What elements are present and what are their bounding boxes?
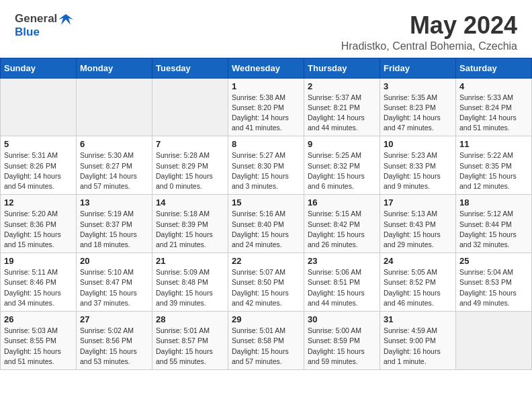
day-number: 5 xyxy=(4,139,73,149)
day-number: 12 xyxy=(4,197,73,208)
calendar-week-row: 1Sunrise: 5:38 AM Sunset: 8:20 PM Daylig… xyxy=(1,78,532,136)
calendar-cell: 8Sunrise: 5:27 AM Sunset: 8:30 PM Daylig… xyxy=(228,136,304,195)
day-info: Sunrise: 5:01 AM Sunset: 8:57 PM Dayligh… xyxy=(156,326,224,367)
calendar-cell: 6Sunrise: 5:30 AM Sunset: 8:27 PM Daylig… xyxy=(77,136,152,195)
day-number: 22 xyxy=(232,256,300,266)
calendar-cell: 1Sunrise: 5:38 AM Sunset: 8:20 PM Daylig… xyxy=(228,78,304,136)
day-number: 29 xyxy=(232,314,300,324)
day-number: 7 xyxy=(156,139,224,149)
day-number: 14 xyxy=(156,197,224,208)
calendar-cell: 30Sunrise: 5:00 AM Sunset: 8:59 PM Dayli… xyxy=(304,312,380,370)
day-number: 26 xyxy=(4,314,73,324)
day-info: Sunrise: 5:37 AM Sunset: 8:21 PM Dayligh… xyxy=(308,93,376,134)
calendar-week-row: 5Sunrise: 5:31 AM Sunset: 8:26 PM Daylig… xyxy=(1,136,532,195)
calendar-cell: 28Sunrise: 5:01 AM Sunset: 8:57 PM Dayli… xyxy=(152,312,228,370)
page-header: General Blue May 2024 Hradistko, Central… xyxy=(0,0,532,58)
day-info: Sunrise: 5:16 AM Sunset: 8:40 PM Dayligh… xyxy=(232,209,300,250)
calendar-cell xyxy=(152,78,228,136)
day-info: Sunrise: 5:01 AM Sunset: 8:58 PM Dayligh… xyxy=(232,326,300,367)
calendar-cell: 5Sunrise: 5:31 AM Sunset: 8:26 PM Daylig… xyxy=(1,136,77,195)
day-number: 17 xyxy=(384,197,452,208)
calendar-cell: 29Sunrise: 5:01 AM Sunset: 8:58 PM Dayli… xyxy=(228,312,304,370)
day-number: 18 xyxy=(459,197,528,208)
calendar-cell: 3Sunrise: 5:35 AM Sunset: 8:23 PM Daylig… xyxy=(380,78,456,136)
calendar-cell: 19Sunrise: 5:11 AM Sunset: 8:46 PM Dayli… xyxy=(1,253,77,312)
day-number: 13 xyxy=(80,197,148,208)
day-info: Sunrise: 5:09 AM Sunset: 8:48 PM Dayligh… xyxy=(156,267,224,308)
day-number: 20 xyxy=(80,256,148,266)
day-info: Sunrise: 5:07 AM Sunset: 8:50 PM Dayligh… xyxy=(232,267,300,308)
day-number: 11 xyxy=(459,139,528,149)
day-info: Sunrise: 5:18 AM Sunset: 8:39 PM Dayligh… xyxy=(156,209,224,250)
day-info: Sunrise: 4:59 AM Sunset: 9:00 PM Dayligh… xyxy=(384,326,452,367)
logo-bird-icon xyxy=(58,13,73,25)
day-number: 4 xyxy=(459,81,528,91)
calendar-table: SundayMondayTuesdayWednesdayThursdayFrid… xyxy=(0,58,532,370)
day-number: 27 xyxy=(80,314,148,324)
month-title: May 2024 xyxy=(341,12,517,39)
day-info: Sunrise: 5:11 AM Sunset: 8:46 PM Dayligh… xyxy=(4,267,73,308)
logo: General Blue xyxy=(15,12,73,39)
day-number: 28 xyxy=(156,314,224,324)
day-number: 31 xyxy=(384,314,452,324)
day-info: Sunrise: 5:35 AM Sunset: 8:23 PM Dayligh… xyxy=(384,93,452,134)
calendar-cell: 31Sunrise: 4:59 AM Sunset: 9:00 PM Dayli… xyxy=(380,312,456,370)
day-number: 15 xyxy=(232,197,300,208)
day-info: Sunrise: 5:28 AM Sunset: 8:29 PM Dayligh… xyxy=(156,150,224,191)
day-number: 9 xyxy=(308,139,376,149)
calendar-cell: 17Sunrise: 5:13 AM Sunset: 8:43 PM Dayli… xyxy=(380,195,456,253)
day-number: 30 xyxy=(308,314,376,324)
day-number: 1 xyxy=(232,81,300,91)
day-info: Sunrise: 5:27 AM Sunset: 8:30 PM Dayligh… xyxy=(232,150,300,191)
weekday-header-sunday: Sunday xyxy=(1,58,77,78)
day-info: Sunrise: 5:04 AM Sunset: 8:53 PM Dayligh… xyxy=(459,267,528,308)
day-info: Sunrise: 5:12 AM Sunset: 8:44 PM Dayligh… xyxy=(459,209,528,250)
calendar-cell: 18Sunrise: 5:12 AM Sunset: 8:44 PM Dayli… xyxy=(456,195,532,253)
weekday-header-thursday: Thursday xyxy=(304,58,380,78)
logo-general: General xyxy=(15,12,57,26)
calendar-week-row: 12Sunrise: 5:20 AM Sunset: 8:36 PM Dayli… xyxy=(1,195,532,253)
day-number: 3 xyxy=(384,81,452,91)
calendar-cell: 10Sunrise: 5:23 AM Sunset: 8:33 PM Dayli… xyxy=(380,136,456,195)
day-info: Sunrise: 5:05 AM Sunset: 8:52 PM Dayligh… xyxy=(384,267,452,308)
calendar-cell xyxy=(456,312,532,370)
weekday-header-friday: Friday xyxy=(380,58,456,78)
day-number: 8 xyxy=(232,139,300,149)
day-info: Sunrise: 5:25 AM Sunset: 8:32 PM Dayligh… xyxy=(308,150,376,191)
day-number: 16 xyxy=(308,197,376,208)
day-info: Sunrise: 5:22 AM Sunset: 8:35 PM Dayligh… xyxy=(459,150,528,191)
calendar-cell: 4Sunrise: 5:33 AM Sunset: 8:24 PM Daylig… xyxy=(456,78,532,136)
calendar-cell: 12Sunrise: 5:20 AM Sunset: 8:36 PM Dayli… xyxy=(1,195,77,253)
calendar-cell: 24Sunrise: 5:05 AM Sunset: 8:52 PM Dayli… xyxy=(380,253,456,312)
calendar-cell: 7Sunrise: 5:28 AM Sunset: 8:29 PM Daylig… xyxy=(152,136,228,195)
calendar-cell: 13Sunrise: 5:19 AM Sunset: 8:37 PM Dayli… xyxy=(77,195,152,253)
day-number: 25 xyxy=(459,256,528,266)
calendar-cell: 26Sunrise: 5:03 AM Sunset: 8:55 PM Dayli… xyxy=(1,312,77,370)
calendar-cell xyxy=(1,78,77,136)
calendar-cell xyxy=(77,78,152,136)
calendar-cell: 2Sunrise: 5:37 AM Sunset: 8:21 PM Daylig… xyxy=(304,78,380,136)
day-info: Sunrise: 5:38 AM Sunset: 8:20 PM Dayligh… xyxy=(232,93,300,134)
title-block: May 2024 Hradistko, Central Bohemia, Cze… xyxy=(341,12,517,52)
calendar-cell: 21Sunrise: 5:09 AM Sunset: 8:48 PM Dayli… xyxy=(152,253,228,312)
logo-blue: Blue xyxy=(15,26,40,38)
day-number: 24 xyxy=(384,256,452,266)
svg-marker-0 xyxy=(58,14,73,25)
day-info: Sunrise: 5:00 AM Sunset: 8:59 PM Dayligh… xyxy=(308,326,376,367)
day-info: Sunrise: 5:30 AM Sunset: 8:27 PM Dayligh… xyxy=(80,150,148,191)
calendar-cell: 9Sunrise: 5:25 AM Sunset: 8:32 PM Daylig… xyxy=(304,136,380,195)
calendar-week-row: 19Sunrise: 5:11 AM Sunset: 8:46 PM Dayli… xyxy=(1,253,532,312)
day-info: Sunrise: 5:31 AM Sunset: 8:26 PM Dayligh… xyxy=(4,150,73,191)
day-info: Sunrise: 5:02 AM Sunset: 8:56 PM Dayligh… xyxy=(80,326,148,367)
day-number: 2 xyxy=(308,81,376,91)
calendar-cell: 27Sunrise: 5:02 AM Sunset: 8:56 PM Dayli… xyxy=(77,312,152,370)
day-number: 19 xyxy=(4,256,73,266)
calendar-cell: 25Sunrise: 5:04 AM Sunset: 8:53 PM Dayli… xyxy=(456,253,532,312)
day-info: Sunrise: 5:10 AM Sunset: 8:47 PM Dayligh… xyxy=(80,267,148,308)
weekday-header-row: SundayMondayTuesdayWednesdayThursdayFrid… xyxy=(1,58,532,78)
day-info: Sunrise: 5:20 AM Sunset: 8:36 PM Dayligh… xyxy=(4,209,73,250)
day-info: Sunrise: 5:23 AM Sunset: 8:33 PM Dayligh… xyxy=(384,150,452,191)
day-number: 23 xyxy=(308,256,376,266)
calendar-week-row: 26Sunrise: 5:03 AM Sunset: 8:55 PM Dayli… xyxy=(1,312,532,370)
weekday-header-monday: Monday xyxy=(77,58,152,78)
